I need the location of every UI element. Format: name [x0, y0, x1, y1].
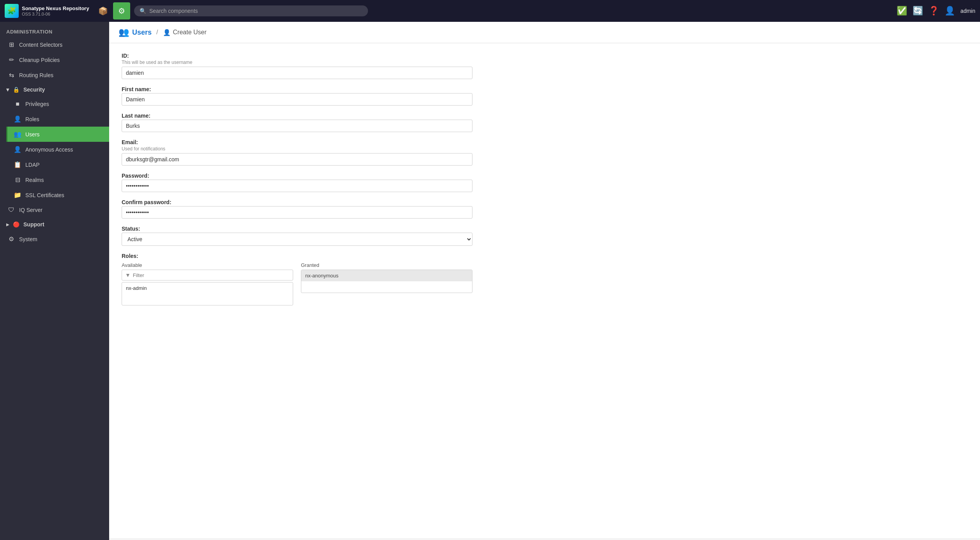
realms-icon: ⊟: [14, 176, 21, 184]
lastname-input[interactable]: [122, 120, 472, 132]
email-label: Email:: [122, 139, 968, 145]
ldap-icon: 📋: [14, 161, 21, 168]
sidebar-item-users[interactable]: 👥 Users: [6, 127, 109, 142]
password-label: Password:: [122, 173, 968, 179]
id-hint: This will be used as the username: [122, 60, 968, 65]
id-label: ID:: [122, 53, 968, 59]
confirm-password-label: Confirm password:: [122, 199, 968, 205]
search-icon: 🔍: [140, 8, 146, 14]
sidebar-group-label: Support: [23, 221, 44, 228]
ssl-certificates-icon: 📁: [14, 191, 21, 199]
nav-icons: 📦 ⚙: [94, 2, 130, 19]
roles-granted-col: Granted nx-anonymous: [301, 262, 472, 305]
firstname-input[interactable]: [122, 93, 472, 106]
roles-icon: 👤: [14, 115, 21, 123]
users-breadcrumb-icon: 👥: [119, 27, 129, 37]
id-input[interactable]: [122, 67, 472, 79]
breadcrumb-current: 👤 Create User: [163, 29, 207, 36]
sidebar-item-ssl-certificates[interactable]: 📁 SSL Certificates: [6, 187, 109, 203]
breadcrumb-separator: /: [156, 29, 158, 36]
sidebar-group-security[interactable]: ▾ 🔒 Security: [0, 83, 109, 97]
search-input[interactable]: [149, 8, 363, 14]
roles-section: Roles: Available ▼ nx-admin: [122, 253, 968, 305]
sidebar-item-label: Privileges: [25, 101, 49, 107]
sidebar-item-label: Roles: [25, 116, 39, 122]
status-label: Status:: [122, 226, 968, 232]
form-group-password: Password:: [122, 173, 968, 192]
admin-icon-button[interactable]: ⚙: [113, 2, 130, 19]
system-icon: ⚙: [7, 235, 15, 243]
sidebar-item-ldap[interactable]: 📋 LDAP: [6, 157, 109, 172]
roles-available-col: Available ▼ nx-admin: [122, 262, 293, 305]
form-group-status: Status: Active Disabled: [122, 226, 968, 246]
user-icon: 👤: [945, 6, 955, 16]
list-item[interactable]: nx-admin: [122, 282, 293, 294]
form-group-firstname: First name:: [122, 86, 968, 106]
form-group-id: ID: This will be used as the username: [122, 53, 968, 79]
sidebar-item-anonymous-access[interactable]: 👤 Anonymous Access: [6, 142, 109, 157]
roles-filter-input[interactable]: [133, 272, 290, 278]
sidebar-item-iq-server[interactable]: 🛡 IQ Server: [0, 203, 109, 217]
sidebar-item-privileges[interactable]: ■ Privileges: [6, 97, 109, 111]
security-children: ■ Privileges 👤 Roles 👥 Users 👤 Anonymous…: [0, 97, 109, 203]
brand-logo: 🧩: [5, 4, 19, 18]
brand-version: OSS 3.71.0-06: [22, 12, 89, 16]
search-bar[interactable]: 🔍: [134, 5, 368, 16]
breadcrumb-parent[interactable]: Users: [132, 28, 152, 37]
content-selectors-icon: ⊞: [7, 41, 15, 48]
sidebar-item-label: Content Selectors: [19, 42, 62, 48]
form-area: ID: This will be used as the username Fi…: [109, 43, 980, 538]
roles-granted-list: nx-anonymous: [301, 270, 472, 293]
breadcrumb-current-label: Create User: [173, 29, 207, 36]
topbar: 🧩 Sonatype Nexus Repository OSS 3.71.0-0…: [0, 0, 980, 22]
status-select[interactable]: Active Disabled: [122, 233, 472, 246]
sidebar: Administration ⊞ Content Selectors ✏ Cle…: [0, 22, 109, 540]
page-header: 👥 Users / 👤 Create User: [109, 22, 980, 43]
sidebar-item-label: LDAP: [25, 162, 40, 168]
sidebar-item-label: Routing Rules: [19, 72, 53, 78]
confirm-password-input[interactable]: [122, 206, 472, 219]
form-group-confirm-password: Confirm password:: [122, 199, 968, 219]
support-icon: 🔴: [13, 221, 19, 228]
sidebar-item-label: Cleanup Policies: [19, 57, 60, 63]
browse-icon-button[interactable]: 📦: [94, 2, 111, 19]
password-input[interactable]: [122, 180, 472, 192]
chevron-right-icon: ▸: [6, 221, 9, 228]
firstname-label: First name:: [122, 86, 968, 92]
sidebar-item-label: Anonymous Access: [25, 146, 73, 153]
help-icon[interactable]: ❓: [929, 6, 939, 16]
main-content: 👥 Users / 👤 Create User ID: This will be…: [109, 22, 980, 540]
users-icon: 👥: [14, 131, 21, 138]
sidebar-item-roles[interactable]: 👤 Roles: [6, 111, 109, 127]
sidebar-item-system[interactable]: ⚙ System: [0, 231, 109, 247]
list-item[interactable]: nx-anonymous: [301, 270, 472, 281]
sidebar-item-label: SSL Certificates: [25, 192, 64, 198]
admin-label[interactable]: admin: [961, 8, 975, 14]
iq-server-icon: 🛡: [7, 206, 15, 214]
roles-available-list: nx-admin: [122, 282, 293, 305]
privileges-icon: ■: [14, 101, 21, 108]
sidebar-item-label: Realms: [25, 177, 44, 183]
roles-label: Roles:: [122, 253, 968, 259]
sidebar-item-content-selectors[interactable]: ⊞ Content Selectors: [0, 37, 109, 52]
sidebar-item-cleanup-policies[interactable]: ✏ Cleanup Policies: [0, 52, 109, 67]
topbar-right: ✅ 🔄 ❓ 👤 admin: [897, 6, 975, 16]
filter-input-wrap[interactable]: ▼: [122, 270, 293, 281]
sidebar-item-label: Users: [25, 131, 40, 138]
routing-rules-icon: ⇆: [7, 71, 15, 79]
sidebar-item-label: System: [19, 236, 37, 242]
create-user-icon: 👤: [163, 29, 171, 36]
filter-icon: ▼: [125, 272, 131, 278]
sidebar-group-label: Security: [23, 86, 45, 93]
sidebar-item-realms[interactable]: ⊟ Realms: [6, 172, 109, 187]
sidebar-item-label: IQ Server: [19, 207, 42, 213]
roles-granted-header: Granted: [301, 262, 472, 268]
anonymous-access-icon: 👤: [14, 146, 21, 153]
sidebar-group-support[interactable]: ▸ 🔴 Support: [0, 217, 109, 231]
status-icon: ✅: [897, 6, 907, 16]
brand-name: Sonatype Nexus Repository: [22, 5, 89, 12]
email-input[interactable]: [122, 153, 472, 166]
roles-columns: Available ▼ nx-admin Granted nx-: [122, 262, 472, 305]
sidebar-item-routing-rules[interactable]: ⇆ Routing Rules: [0, 67, 109, 83]
refresh-icon[interactable]: 🔄: [913, 6, 923, 16]
